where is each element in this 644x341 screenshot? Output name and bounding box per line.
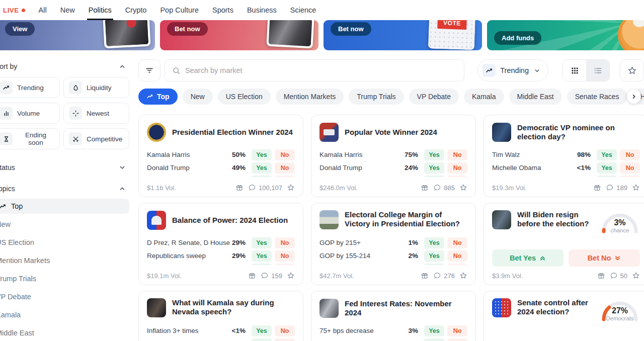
yes-button[interactable]: Yes xyxy=(252,325,272,336)
no-button[interactable]: No xyxy=(620,176,640,178)
star-icon[interactable] xyxy=(287,184,295,192)
no-button[interactable]: No xyxy=(275,250,295,262)
yes-button[interactable]: Yes xyxy=(424,149,444,160)
star-icon[interactable] xyxy=(459,272,467,280)
sort-dropdown[interactable]: Trending xyxy=(477,59,548,81)
market-card[interactable]: Will Biden resign before the election? 3… xyxy=(484,203,644,285)
chip-mention-markets[interactable]: Mention Markets xyxy=(276,89,344,105)
no-button[interactable]: No xyxy=(447,237,467,248)
yes-button[interactable]: Yes xyxy=(252,162,272,174)
yes-button[interactable]: Yes xyxy=(252,264,272,266)
star-icon[interactable] xyxy=(632,272,640,280)
market-card[interactable]: Democratic VP nominee on election day? T… xyxy=(484,115,644,197)
market-title[interactable]: Democratic VP nominee on election day? xyxy=(517,123,640,142)
chip-top[interactable]: Top xyxy=(138,89,178,105)
yes-button[interactable]: Yes xyxy=(252,237,272,248)
topic-item-vp-debate[interactable]: VP Debate xyxy=(0,289,129,304)
search-input[interactable] xyxy=(185,66,457,74)
no-button[interactable]: No xyxy=(275,162,295,174)
no-button[interactable]: No xyxy=(447,264,467,266)
nav-tab-business[interactable]: Business xyxy=(247,6,277,14)
no-button[interactable]: No xyxy=(275,325,295,336)
yes-button[interactable]: Yes xyxy=(424,250,444,262)
topic-item-top[interactable]: Top xyxy=(0,199,129,214)
topic-item-trump-trials[interactable]: Trump Trials xyxy=(0,271,129,286)
topics-section-header[interactable]: Topics xyxy=(0,185,129,193)
sort-option-trending[interactable]: Trending xyxy=(0,77,60,98)
topic-item-mention-markets[interactable]: Mention Markets xyxy=(0,253,129,268)
bet-now-button[interactable]: Bet now xyxy=(331,22,371,36)
bet-yes-button[interactable]: Bet Yes xyxy=(492,249,564,267)
banner-election-view[interactable]: View xyxy=(0,20,155,50)
chip-kamala[interactable]: Kamala xyxy=(464,89,504,105)
gift-icon[interactable] xyxy=(421,272,429,280)
live-indicator[interactable]: LIVE xyxy=(3,7,25,14)
yes-button[interactable]: Yes xyxy=(252,338,272,341)
no-button[interactable]: No xyxy=(620,162,640,174)
yes-button[interactable]: Yes xyxy=(424,237,444,248)
yes-button[interactable]: Yes xyxy=(597,149,617,160)
bet-no-button[interactable]: Bet No xyxy=(569,249,640,267)
banner-bet-now-blue[interactable]: Bet now VOTE xyxy=(324,20,482,50)
nav-tab-sports[interactable]: Sports xyxy=(212,6,233,14)
nav-tab-pop-culture[interactable]: Pop Culture xyxy=(160,6,199,14)
chip-new[interactable]: New xyxy=(183,89,213,105)
no-button[interactable]: No xyxy=(275,338,295,341)
sort-by-section-header[interactable]: Sort by xyxy=(0,62,129,70)
gift-icon[interactable] xyxy=(235,184,244,192)
chip-trump-trials[interactable]: Trump Trials xyxy=(349,89,404,105)
comment-icon[interactable] xyxy=(433,272,441,280)
no-button[interactable]: No xyxy=(447,338,467,341)
no-button[interactable]: No xyxy=(447,250,467,262)
market-search[interactable] xyxy=(165,59,464,81)
banner-add-funds[interactable]: Add funds xyxy=(487,20,644,50)
nav-tab-politics[interactable]: Politics xyxy=(89,6,112,14)
market-card[interactable]: Fed Interest Rates: November 2024 75+ bp… xyxy=(311,291,476,341)
view-button[interactable]: View xyxy=(5,22,35,36)
comment-icon[interactable] xyxy=(606,184,614,192)
yes-button[interactable]: Yes xyxy=(424,162,444,174)
no-button[interactable]: No xyxy=(447,325,467,336)
sort-option-liquidity[interactable]: Liquidity xyxy=(63,77,129,98)
no-button[interactable]: No xyxy=(447,149,467,160)
market-title[interactable]: Fed Interest Rates: November 2024 xyxy=(345,299,467,318)
market-title[interactable]: What will Kamala say during Nevada speec… xyxy=(172,298,295,317)
market-card[interactable]: Electoral College Margin of Victory in P… xyxy=(311,203,476,285)
market-title[interactable]: Electoral College Margin of Victory in P… xyxy=(345,210,467,229)
nav-tab-science[interactable]: Science xyxy=(290,6,316,14)
star-icon[interactable] xyxy=(287,272,295,280)
topic-item-middle-east[interactable]: Middle East xyxy=(0,325,129,340)
banner-bet-now-red[interactable]: Bet now xyxy=(160,20,318,50)
nav-tab-crypto[interactable]: Crypto xyxy=(125,6,147,14)
list-view-button[interactable] xyxy=(586,60,609,81)
yes-button[interactable]: Yes xyxy=(597,176,617,178)
yes-button[interactable]: Yes xyxy=(424,325,444,336)
gift-icon[interactable] xyxy=(597,272,605,280)
market-title[interactable]: Presidential Election Winner 2024 xyxy=(172,128,293,137)
yes-button[interactable]: Yes xyxy=(424,338,444,341)
comment-icon[interactable] xyxy=(261,272,269,280)
chip-senate-races[interactable]: Senate Races xyxy=(567,89,627,105)
comment-icon[interactable] xyxy=(433,184,441,192)
chip-vp-debate[interactable]: VP Debate xyxy=(409,89,459,105)
yes-button[interactable]: Yes xyxy=(252,149,272,160)
grid-view-button[interactable] xyxy=(563,60,586,81)
bet-now-button[interactable]: Bet now xyxy=(167,22,208,36)
gift-icon[interactable] xyxy=(421,184,429,192)
no-button[interactable]: No xyxy=(275,264,295,266)
market-card[interactable]: Balance of Power: 2024 Election D Prez, … xyxy=(138,203,303,285)
chevron-down-icon[interactable] xyxy=(118,163,126,172)
nav-tab-new[interactable]: New xyxy=(60,6,75,14)
market-card[interactable]: Presidential Election Winner 2024 Kamala… xyxy=(138,115,303,197)
no-button[interactable]: No xyxy=(275,176,295,178)
comment-icon[interactable] xyxy=(610,272,618,280)
favorites-button[interactable] xyxy=(620,59,644,81)
market-card[interactable]: Senate control after 2024 election? 27% … xyxy=(484,291,644,341)
chevron-up-icon[interactable] xyxy=(118,185,126,193)
sort-option-newest[interactable]: Newest xyxy=(63,103,129,124)
market-title[interactable]: Popular Vote Winner 2024 xyxy=(345,128,437,137)
gift-icon[interactable] xyxy=(593,184,601,192)
add-funds-button[interactable]: Add funds xyxy=(494,31,541,45)
star-icon[interactable] xyxy=(632,184,640,192)
market-title[interactable]: Senate control after 2024 election? xyxy=(517,298,594,317)
